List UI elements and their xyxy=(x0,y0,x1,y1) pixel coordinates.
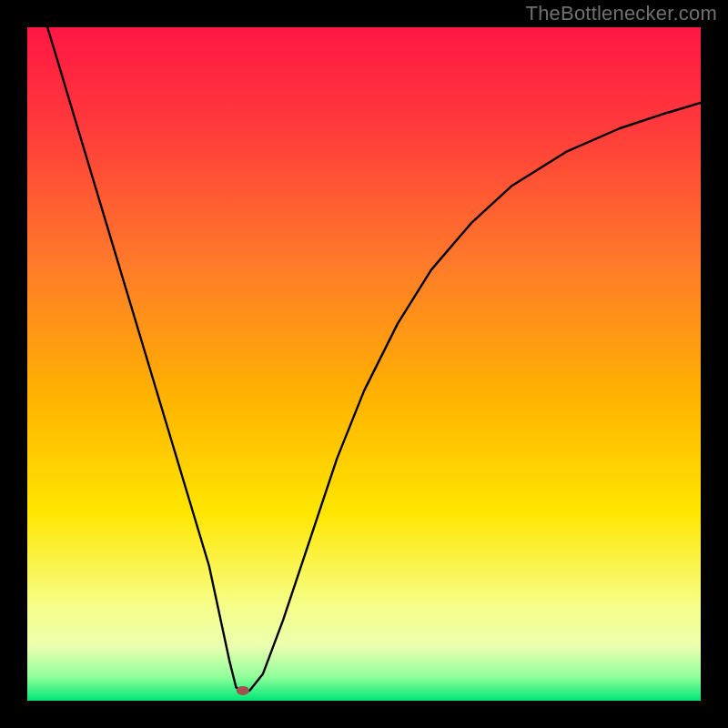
plot-area xyxy=(27,27,701,701)
optimal-point-marker xyxy=(237,686,249,695)
chart-svg xyxy=(27,27,701,701)
gradient-background xyxy=(27,27,701,701)
watermark-text: TheBottlenecker.com xyxy=(526,2,717,25)
chart-frame: TheBottlenecker.com xyxy=(0,0,728,728)
